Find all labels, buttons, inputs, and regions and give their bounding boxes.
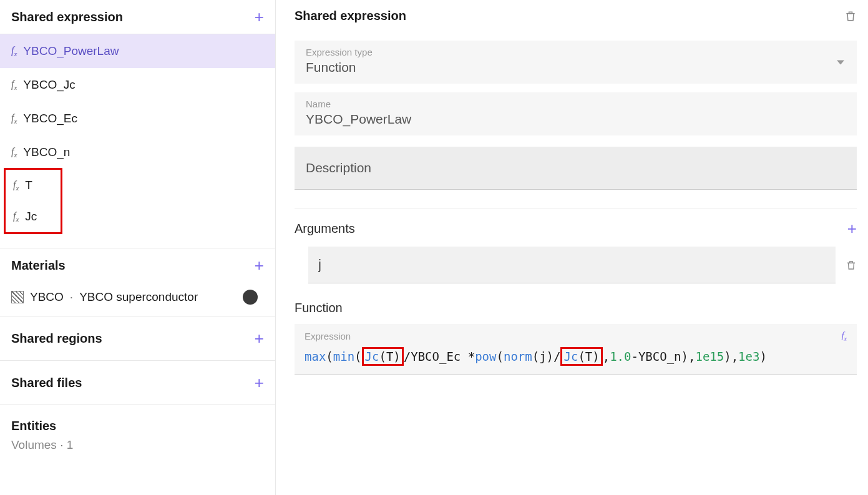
add-expression-button[interactable]: + xyxy=(255,9,264,25)
expression-label: Expression xyxy=(305,331,351,341)
name-field[interactable]: Name YBCO_PowerLaw xyxy=(295,92,857,135)
material-code: YBCO xyxy=(30,290,64,304)
name-label: Name xyxy=(306,99,846,109)
expression-item-label: Jc xyxy=(25,210,37,223)
shared-expression-title: Shared expression xyxy=(11,10,123,24)
shared-expression-header: Shared expression + xyxy=(0,0,275,34)
fx-icon: f xyxy=(11,112,17,125)
argument-row xyxy=(295,247,857,283)
volumes-count: 1 xyxy=(67,438,74,451)
expression-item-label: T xyxy=(25,179,32,192)
expression-list: f YBCO_PowerLaw f YBCO_Jc f YBCO_Ec f YB… xyxy=(0,34,275,234)
sidebar: Shared expression + f YBCO_PowerLaw f YB… xyxy=(0,0,276,495)
shared-files-header[interactable]: Shared files + xyxy=(0,361,275,405)
shared-regions-title: Shared regions xyxy=(11,331,102,346)
function-section: Function Expression f max(min(Jc(T)/YBCO… xyxy=(295,301,857,375)
separator-dot: · xyxy=(70,290,73,304)
material-item-ybco[interactable]: YBCO · YBCO superconductor xyxy=(0,282,275,316)
page-title: Shared expression xyxy=(295,9,406,23)
expression-code[interactable]: max(min(Jc(T)/YBCO_Ec * pow(norm(j)/Jc(T… xyxy=(305,347,847,366)
expression-item-label: YBCO_PowerLaw xyxy=(23,44,119,58)
arguments-header: Arguments + xyxy=(295,217,857,243)
expression-type-value: Function xyxy=(306,60,846,75)
fx-icon: f xyxy=(13,210,19,223)
expression-type-label: Expression type xyxy=(306,47,846,57)
volumes-row[interactable]: Volumes · 1 xyxy=(0,436,275,452)
trash-icon[interactable] xyxy=(846,259,857,272)
highlighted-expressions-box: f T f Jc xyxy=(4,168,62,234)
chevron-down-icon xyxy=(837,60,844,64)
fx-icon: f xyxy=(11,45,17,57)
fx-icon: f xyxy=(13,179,19,192)
divider xyxy=(295,208,857,209)
expression-item-t[interactable]: f T xyxy=(6,170,61,201)
expression-type-field[interactable]: Expression type Function xyxy=(295,41,857,84)
materials-title: Materials xyxy=(11,258,66,273)
expression-item-jc[interactable]: f Jc xyxy=(6,201,61,232)
shared-files-title: Shared files xyxy=(11,376,82,390)
main-header: Shared expression xyxy=(295,0,857,32)
function-title: Function xyxy=(295,301,857,315)
expression-item-ybco-jc[interactable]: f YBCO_Jc xyxy=(0,68,275,102)
argument-input[interactable] xyxy=(308,247,836,283)
add-region-button[interactable]: + xyxy=(255,330,264,346)
fx-icon: f xyxy=(11,146,17,159)
fx-icon[interactable]: f xyxy=(841,330,847,342)
expression-item-label: YBCO_Ec xyxy=(23,112,77,125)
name-value: YBCO_PowerLaw xyxy=(306,112,846,127)
expression-item-label: YBCO_n xyxy=(23,145,70,159)
volumes-label: Volumes xyxy=(11,438,57,451)
material-desc: YBCO superconductor xyxy=(79,290,198,304)
hatch-icon xyxy=(11,291,24,303)
expression-item-ybco-powerlaw[interactable]: f YBCO_PowerLaw xyxy=(0,34,275,68)
expression-item-label: YBCO_Jc xyxy=(23,78,75,92)
main-panel: Shared expression Expression type Functi… xyxy=(276,0,868,495)
add-material-button[interactable]: + xyxy=(255,257,264,273)
expression-field[interactable]: Expression f max(min(Jc(T)/YBCO_Ec * pow… xyxy=(295,324,857,375)
materials-header: Materials + xyxy=(0,248,275,282)
trash-icon[interactable] xyxy=(844,9,857,23)
add-file-button[interactable]: + xyxy=(255,375,264,391)
expression-item-ybco-n[interactable]: f YBCO_n xyxy=(0,135,275,169)
expression-item-ybco-ec[interactable]: f YBCO_Ec xyxy=(0,102,275,135)
description-field[interactable]: Description xyxy=(295,147,857,190)
arguments-title: Arguments xyxy=(295,222,355,236)
fx-icon: f xyxy=(11,79,17,91)
description-placeholder: Description xyxy=(306,160,371,175)
add-argument-button[interactable]: + xyxy=(847,220,857,237)
entities-title: Entities xyxy=(11,419,56,433)
entities-header[interactable]: Entities xyxy=(0,405,275,436)
material-color-dot[interactable] xyxy=(243,290,258,305)
shared-regions-header[interactable]: Shared regions + xyxy=(0,316,275,361)
